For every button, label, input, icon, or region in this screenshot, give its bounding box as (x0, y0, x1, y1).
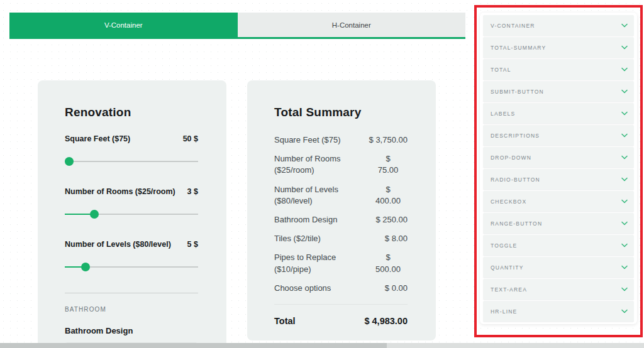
chevron-down-icon (621, 67, 628, 72)
hr-line (65, 293, 198, 293)
chevron-down-icon (621, 221, 628, 226)
bathroom-design-label: Bathroom Design (65, 326, 198, 335)
accordion-item-label: TOGGLE (491, 242, 517, 249)
slider-head: Square Feet ($75) 50 $ (65, 134, 198, 143)
accordion-item-drop-down[interactable]: DROP-DOWN (483, 147, 634, 168)
summary-row-value: $ 250.00 (362, 214, 408, 226)
slider-head: Number of Rooms ($25/room) 3 $ (65, 187, 198, 196)
summary-row: Tiles ($2/tile) $ 8.00 (274, 233, 408, 244)
accordion-item-label: RADIO-BUTTON (491, 177, 540, 183)
slider-value: 50 $ (183, 134, 198, 143)
accordion-item-radio-button[interactable]: RADIO-BUTTON (483, 169, 634, 190)
chevron-down-icon (621, 265, 628, 269)
summary-row-value: $ 8.00 (362, 233, 408, 244)
summary-row-label: Square Feet ($75) (274, 134, 341, 146)
summary-row-value: $ 500.00 (369, 252, 408, 275)
slider-list: Square Feet ($75) 50 $ Number of Rooms (… (65, 134, 198, 271)
renovation-title: Renovation (65, 106, 198, 119)
summary-row: Bathroom Design $ 250.00 (274, 214, 408, 226)
chevron-down-icon (621, 89, 628, 94)
slider-track (65, 161, 198, 162)
summary-row-value: $ 0.00 (362, 283, 408, 294)
accordion-item-total-summary[interactable]: TOTAL-SUMMARY (483, 37, 634, 58)
accordion-item-quantity[interactable]: QUANTITY (483, 257, 634, 278)
accordion-item-label: LABELS (491, 111, 515, 117)
total-label: Total (274, 316, 296, 326)
slider-fill (65, 214, 91, 215)
summary-row-list: Square Feet ($75) $ 3,750.00 Number of R… (274, 134, 408, 294)
accordion-item-label: QUANTITY (491, 264, 524, 271)
summary-row: Square Feet ($75) $ 3,750.00 (274, 134, 408, 146)
slider-value: 3 $ (187, 187, 198, 196)
total-summary-card: Total Summary Square Feet ($75) $ 3,750.… (247, 80, 436, 340)
chevron-down-icon (621, 45, 628, 50)
summary-row-label: Bathroom Design (274, 214, 337, 226)
tab-h-container[interactable]: H-Container (238, 13, 466, 37)
chevron-down-icon (621, 23, 628, 28)
summary-divider (274, 304, 408, 305)
chevron-down-icon (621, 155, 628, 160)
summary-row-value: $ 75.00 (369, 153, 408, 176)
tab-underline (9, 37, 465, 39)
slider-head: Number of Levels ($80/level) 5 $ (65, 240, 198, 249)
slider-group: Square Feet ($75) 50 $ (65, 134, 198, 166)
summary-row-value: $ 400.00 (369, 184, 408, 207)
range-slider[interactable] (65, 263, 198, 271)
accordion-item-label: V-CONTAINER (491, 23, 535, 29)
accordion-item-descriptions[interactable]: DESCRIPTIONS (483, 125, 634, 146)
chevron-down-icon (621, 309, 628, 313)
accordion-item-label: TOTAL (491, 67, 511, 73)
accordion-item-label: DESCRIPTIONS (491, 133, 540, 139)
accordion-item-label: DROP-DOWN (491, 155, 531, 161)
accordion-item-hr-line[interactable]: HR-LINE (483, 301, 634, 322)
summary-row: Number of Levels ($80/level) $ 400.00 (274, 184, 408, 207)
summary-row-value: $ 3,750.00 (362, 134, 408, 146)
accordion-item-range-button[interactable]: RANGE-BUTTON (483, 213, 634, 234)
summary-row-label: Choose options (274, 283, 331, 294)
slider-group: Number of Rooms ($25/room) 3 $ (65, 187, 198, 219)
slider-label: Number of Rooms ($25/room) (65, 187, 175, 196)
chevron-down-icon (621, 177, 628, 182)
horizontal-scrollbar[interactable] (0, 343, 644, 348)
horizontal-scrollbar-thumb[interactable] (0, 343, 387, 348)
accordion-item-label: CHECKBOX (491, 198, 526, 205)
accordion-item-label: SUBMIT-BUTTON (491, 89, 544, 95)
summary-row-label: Tiles ($2/tile) (274, 233, 321, 244)
accordion-item-label: TEXT-AREA (491, 286, 527, 293)
slider-thumb[interactable] (90, 210, 99, 219)
accordion-item-label: RANGE-BUTTON (491, 220, 542, 227)
accordion-item-submit-button[interactable]: SUBMIT-BUTTON (483, 81, 634, 102)
chevron-down-icon (621, 243, 628, 247)
tab-list: V-Container H-Container (9, 13, 465, 37)
slider-value: 5 $ (187, 240, 198, 249)
tab-v-container[interactable]: V-Container (9, 13, 238, 37)
summary-row-label: Pipes to Replace ($10/pipe) (274, 252, 366, 275)
summary-row: Choose options $ 0.00 (274, 283, 408, 294)
summary-row: Pipes to Replace ($10/pipe) $ 500.00 (274, 252, 408, 275)
accordion-item-text-area[interactable]: TEXT-AREA (483, 279, 634, 300)
slider-thumb[interactable] (65, 157, 74, 166)
range-slider[interactable] (65, 210, 198, 219)
chevron-down-icon (621, 287, 628, 291)
inspector-panel: V-CONTAINER TOTAL-SUMMARY TOTAL SUBMIT-B… (480, 13, 637, 324)
accordion-item-labels[interactable]: LABELS (483, 103, 634, 124)
accordion-item-label: TOTAL-SUMMARY (491, 45, 546, 51)
bathroom-section-label: BATHROOM (65, 306, 198, 313)
slider-label: Number of Levels ($80/level) (65, 240, 171, 249)
accordion-item-toggle[interactable]: TOGGLE (483, 235, 634, 256)
slider-group: Number of Levels ($80/level) 5 $ (65, 240, 198, 271)
accordion-item-v-container[interactable]: V-CONTAINER (483, 15, 634, 36)
accordion-item-label: HR-LINE (491, 308, 517, 315)
chevron-down-icon (621, 111, 628, 116)
total-value: $ 4,983.00 (364, 316, 408, 326)
range-slider[interactable] (65, 157, 198, 166)
slider-label: Square Feet ($75) (65, 134, 130, 143)
summary-row: Number of Rooms ($25/room) $ 75.00 (274, 153, 408, 176)
slider-thumb[interactable] (81, 263, 90, 271)
accordion-item-checkbox[interactable]: CHECKBOX (483, 191, 634, 212)
total-summary-title: Total Summary (274, 106, 408, 119)
tab-bar: V-Container H-Container (9, 13, 465, 39)
total-row: Total $ 4,983.00 (274, 316, 408, 326)
summary-row-label: Number of Levels ($80/level) (274, 184, 366, 207)
accordion-item-total[interactable]: TOTAL (483, 59, 634, 80)
